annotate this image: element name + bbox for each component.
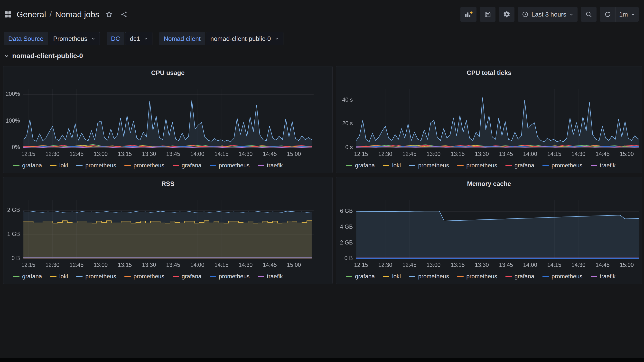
panel-header-cpu-usage[interactable]: CPU usage: [4, 66, 332, 79]
legend-series-name: loki: [59, 162, 68, 169]
panel-header-memory-cache[interactable]: Memory cache: [336, 177, 642, 190]
legend-color-marker: [210, 165, 216, 166]
legend-series-name: grafana: [355, 273, 375, 280]
cpu-total-ticks-chart-canvas[interactable]: [336, 78, 642, 162]
legend-color-marker: [173, 165, 179, 166]
legend-series-name: prometheus: [552, 273, 582, 280]
legend-item-prometheus[interactable]: prometheus: [409, 273, 449, 280]
legend-color-marker: [457, 276, 464, 277]
legend-series-name: prometheus: [85, 162, 116, 169]
legend-item-traefik[interactable]: traefik: [591, 273, 616, 280]
legend-item-loki[interactable]: loki: [383, 273, 401, 280]
legend-item-prometheus[interactable]: prometheus: [542, 162, 582, 169]
variable-selected-value: dc1: [130, 35, 140, 42]
legend-color-marker: [346, 165, 352, 166]
legend-item-prometheus[interactable]: prometheus: [76, 273, 116, 280]
legend-series-name: grafana: [514, 162, 534, 169]
panel-header-cpu-total-ticks[interactable]: CPU total ticks: [336, 66, 642, 79]
legend-item-grafana[interactable]: grafana: [346, 162, 375, 169]
legend-color-marker: [506, 165, 512, 166]
legend-color-marker: [258, 165, 264, 166]
legend-item-prometheus[interactable]: prometheus: [210, 273, 250, 280]
variable-data-source: Data Source Prometheus: [4, 32, 100, 45]
legend-series-name: prometheus: [134, 162, 164, 169]
chart-legend: grafanalokiprometheusprometheusgrafanapr…: [346, 162, 637, 169]
refresh-button[interactable]: [600, 7, 616, 22]
legend-series-name: loki: [59, 273, 68, 280]
variable-value-dropdown[interactable]: dc1: [125, 32, 152, 45]
legend-item-grafana[interactable]: grafana: [173, 162, 201, 169]
legend-item-grafana[interactable]: grafana: [506, 162, 534, 169]
legend-item-traefik[interactable]: traefik: [591, 162, 616, 169]
legend-item-grafana[interactable]: grafana: [173, 273, 201, 280]
time-range-picker[interactable]: Last 3 hours: [518, 7, 578, 22]
legend-series-name: grafana: [22, 273, 42, 280]
variable-label: DC: [107, 32, 125, 45]
panel-header-rss[interactable]: RSS: [4, 177, 332, 190]
legend-color-marker: [591, 165, 597, 166]
legend-item-prometheus[interactable]: prometheus: [542, 273, 582, 280]
dashboard-variables-row: Data Source Prometheus DC dc1 Nomad cile…: [0, 29, 644, 45]
legend-series-name: prometheus: [85, 273, 116, 280]
dashboard-settings-button[interactable]: [499, 7, 514, 22]
chart-legend: grafanalokiprometheusprometheusgrafanapr…: [13, 162, 328, 169]
legend-item-prometheus[interactable]: prometheus: [124, 273, 164, 280]
legend-color-marker: [383, 276, 389, 277]
legend-item-traefik[interactable]: traefik: [258, 162, 283, 169]
legend-color-marker: [383, 165, 389, 166]
favorite-star-button[interactable]: [104, 9, 114, 20]
save-dashboard-button[interactable]: [480, 7, 496, 22]
refresh-interval-dropdown[interactable]: 1m: [616, 7, 639, 22]
share-dashboard-button[interactable]: [119, 9, 129, 19]
legend-color-marker: [409, 165, 415, 166]
dashboard-title[interactable]: Nomad jobs: [55, 10, 99, 19]
dashboard-top-nav: General / Nomad jobs Last 3 hours: [0, 0, 644, 29]
legend-series-name: grafana: [355, 162, 375, 169]
legend-item-traefik[interactable]: traefik: [258, 273, 283, 280]
breadcrumb: General / Nomad jobs: [4, 9, 129, 20]
legend-item-loki[interactable]: loki: [50, 273, 68, 280]
legend-series-name: loki: [392, 162, 401, 169]
legend-color-marker: [457, 165, 464, 166]
panel-rss: RSS grafanalokiprometheusprometheusgrafa…: [3, 177, 332, 284]
legend-item-prometheus[interactable]: prometheus: [210, 162, 250, 169]
legend-item-loki[interactable]: loki: [383, 162, 401, 169]
rss-chart-canvas[interactable]: [4, 189, 332, 273]
dashboards-grid-icon[interactable]: [4, 10, 12, 18]
legend-item-prometheus[interactable]: prometheus: [124, 162, 164, 169]
share-icon: [120, 11, 128, 18]
legend-item-grafana[interactable]: grafana: [13, 273, 42, 280]
legend-item-prometheus[interactable]: prometheus: [457, 162, 497, 169]
legend-color-marker: [13, 165, 20, 166]
panel-memory-cache: Memory cache grafanalokiprometheuspromet…: [336, 177, 642, 284]
breadcrumb-section[interactable]: General: [16, 10, 46, 19]
legend-item-grafana[interactable]: grafana: [506, 273, 534, 280]
legend-item-prometheus[interactable]: prometheus: [76, 162, 116, 169]
variable-value-dropdown[interactable]: nomad-client-public-0: [206, 32, 284, 45]
chart-legend: grafanalokiprometheusprometheusgrafanapr…: [13, 273, 328, 280]
refresh-icon: [604, 11, 611, 18]
variable-value-dropdown[interactable]: Prometheus: [49, 32, 100, 45]
dashboard-row-toggle[interactable]: nomad-client-public-0: [4, 52, 644, 60]
legend-series-name: prometheus: [418, 162, 449, 169]
legend-item-prometheus[interactable]: prometheus: [457, 273, 497, 280]
legend-item-grafana[interactable]: grafana: [346, 273, 375, 280]
zoom-out-button[interactable]: [581, 7, 596, 22]
cpu-usage-chart-canvas[interactable]: [4, 78, 332, 162]
legend-item-loki[interactable]: loki: [50, 162, 68, 169]
variable-selected-value: nomad-client-public-0: [210, 35, 271, 42]
memory-cache-chart-canvas[interactable]: [336, 189, 642, 273]
legend-series-name: grafana: [514, 273, 534, 280]
add-panel-button[interactable]: [460, 7, 476, 22]
legend-color-marker: [258, 276, 264, 277]
legend-series-name: traefik: [267, 273, 283, 280]
dashboard-toolbar: Last 3 hours 1m: [460, 7, 639, 22]
legend-item-grafana[interactable]: grafana: [13, 162, 42, 169]
legend-series-name: prometheus: [552, 162, 582, 169]
legend-series-name: traefik: [600, 273, 616, 280]
window-bottom-edge: [0, 358, 644, 362]
legend-color-marker: [210, 276, 216, 277]
gear-icon: [503, 11, 510, 18]
legend-color-marker: [76, 276, 82, 277]
legend-item-prometheus[interactable]: prometheus: [409, 162, 449, 169]
